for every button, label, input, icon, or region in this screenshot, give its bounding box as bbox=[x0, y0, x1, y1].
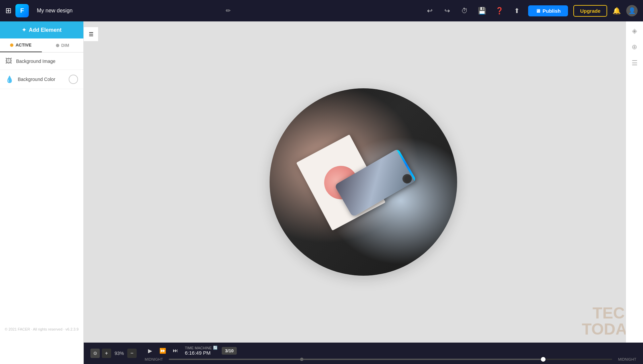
play-button[interactable]: ▶ bbox=[145, 345, 155, 356]
midnight-end-label: MIDNIGHT bbox=[616, 357, 636, 361]
add-element-button[interactable]: ✦ Add Element bbox=[0, 21, 83, 38]
timeline-thumb[interactable] bbox=[541, 357, 546, 362]
play-controls: ▶ ⏩ ⏭ bbox=[145, 345, 181, 356]
canvas-background bbox=[270, 88, 457, 276]
zoom-settings-button[interactable]: ⚙ bbox=[90, 349, 100, 358]
phone-accent bbox=[397, 149, 417, 181]
midnight-start-label: MIDNIGHT bbox=[145, 357, 165, 361]
timeline-noon-marker bbox=[300, 358, 303, 361]
timeline-progress-fill bbox=[169, 359, 546, 360]
background-color-item[interactable]: 💧 Background Color bbox=[0, 70, 83, 89]
active-dot-icon bbox=[10, 43, 13, 47]
timeline-progress-bar[interactable] bbox=[169, 359, 612, 360]
right-panel: ◈ ⊕ ☰ bbox=[626, 21, 643, 343]
zoom-out-button[interactable]: − bbox=[127, 349, 137, 358]
right-panel-icon-3[interactable]: ☰ bbox=[632, 59, 638, 67]
add-element-icon: ✦ bbox=[22, 27, 26, 33]
save-button[interactable]: 💾 bbox=[476, 5, 488, 17]
upgrade-button[interactable]: Upgrade bbox=[573, 5, 607, 17]
sidebar-tabs: ACTIVE DIM bbox=[0, 38, 83, 53]
main-canvas[interactable] bbox=[84, 21, 643, 343]
user-avatar[interactable]: 👤 bbox=[626, 5, 638, 16]
watch-face-canvas[interactable] bbox=[270, 88, 457, 276]
frame-badge[interactable]: 3/10 bbox=[222, 347, 237, 355]
zoom-in-button[interactable]: + bbox=[102, 349, 111, 358]
layers-button[interactable]: ☰ bbox=[84, 27, 98, 41]
right-panel-icon-2[interactable]: ⊕ bbox=[632, 43, 637, 51]
tab-active[interactable]: ACTIVE bbox=[0, 38, 42, 52]
timeline-top: ▶ ⏩ ⏭ TIME MACHINE 🔄 6:16:49 PM 3/10 bbox=[145, 345, 636, 356]
fast-forward-button[interactable]: ⏩ bbox=[157, 345, 168, 356]
zoom-controls: ⚙ + 93% − bbox=[90, 349, 137, 358]
grid-icon[interactable]: ⊞ bbox=[5, 6, 11, 15]
redo-button[interactable]: ↪ bbox=[441, 5, 453, 17]
zoom-value: 93% bbox=[113, 351, 125, 356]
dim-dot-icon bbox=[56, 44, 59, 47]
top-navigation: ⊞ F My new design ✏ ↩ ↪ ⏱ 💾 ❓ ⬆ 🖥 Publis… bbox=[0, 0, 643, 21]
help-button[interactable]: ❓ bbox=[493, 5, 505, 17]
copyright-text: © 2021 FACER · All rights reserved · v6.… bbox=[0, 325, 83, 334]
frame-current: 3 bbox=[225, 348, 227, 353]
document-title: My new design bbox=[37, 8, 222, 14]
history-button[interactable]: ⏱ bbox=[458, 5, 471, 17]
background-image-item[interactable]: 🖼 Background Image bbox=[0, 53, 83, 70]
background-image-icon: 🖼 bbox=[5, 57, 12, 65]
right-panel-icon-1[interactable]: ◈ bbox=[632, 27, 637, 35]
background-color-icon: 💧 bbox=[5, 75, 14, 83]
app-logo[interactable]: F bbox=[15, 4, 29, 17]
edit-title-icon[interactable]: ✏ bbox=[226, 7, 231, 14]
skip-forward-button[interactable]: ⏭ bbox=[170, 345, 181, 356]
frame-total: 10 bbox=[229, 348, 233, 353]
share-button[interactable]: ⬆ bbox=[511, 5, 523, 17]
publish-button[interactable]: 🖥 Publish bbox=[528, 5, 568, 16]
topnav-actions: ↩ ↪ ⏱ 💾 ❓ ⬆ 🖥 Publish Upgrade 🔔 👤 bbox=[424, 5, 638, 17]
time-machine-sync-icon: 🔄 bbox=[213, 346, 218, 350]
bottom-bar: ⚙ + 93% − ▶ ⏩ ⏭ TIME MACHINE 🔄 6:16:49 P… bbox=[84, 343, 643, 364]
layers-icon: ☰ bbox=[89, 31, 93, 37]
timeline-section: ▶ ⏩ ⏭ TIME MACHINE 🔄 6:16:49 PM 3/10 MID… bbox=[145, 345, 636, 361]
time-machine-label: TIME MACHINE bbox=[185, 346, 212, 350]
sidebar: ✦ Add Element ACTIVE DIM 🖼 Background Im… bbox=[0, 21, 84, 364]
tab-dim[interactable]: DIM bbox=[42, 38, 84, 52]
color-swatch[interactable] bbox=[69, 75, 78, 84]
notification-icon[interactable]: 🔔 bbox=[613, 7, 621, 15]
current-time: 6:16:49 PM bbox=[185, 350, 211, 356]
time-machine: TIME MACHINE 🔄 6:16:49 PM bbox=[185, 346, 218, 356]
timeline-track: MIDNIGHT MIDNIGHT bbox=[145, 357, 636, 361]
undo-button[interactable]: ↩ bbox=[424, 5, 436, 17]
publish-icon: 🖥 bbox=[535, 8, 541, 14]
